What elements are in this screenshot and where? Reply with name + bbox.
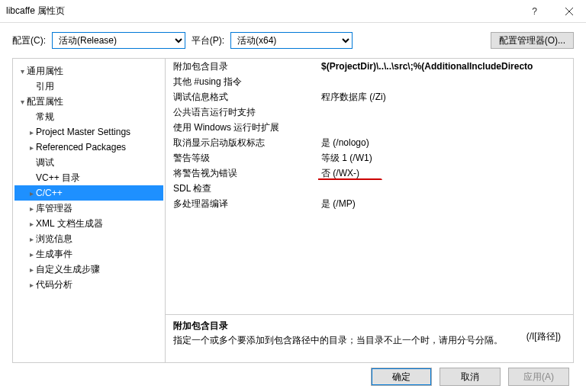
chevron-right-icon[interactable]: ▸ (27, 204, 36, 213)
config-toolbar: 配置(C): 活动(Release) 平台(P): 活动(x64) 配置管理器(… (0, 23, 586, 58)
property-name: 多处理器编译 (166, 198, 318, 210)
tree-item[interactable]: ▸库管理器 (14, 201, 163, 216)
tree-item-label: Project Master Settings (36, 127, 130, 137)
property-row[interactable]: 将警告视为错误否 (/WX-) (166, 165, 573, 181)
tree-item[interactable]: ▸自定义生成步骤 (14, 262, 163, 277)
property-row[interactable]: 取消显示启动版权标志是 (/nologo) (166, 135, 573, 150)
property-name: 警告等级 (166, 152, 318, 165)
property-row[interactable]: 其他 #using 指令 (166, 74, 573, 89)
chevron-right-icon[interactable]: ▸ (27, 189, 36, 198)
tree-item[interactable]: ▸代码分析 (14, 277, 163, 292)
platform-dropdown[interactable]: 活动(x64) (230, 32, 353, 49)
description-panel: 附加包含目录 指定一个或多个要添加到包含路径中的目录；当目录不止一个时，请用分号… (166, 315, 573, 362)
property-row[interactable]: 调试信息格式程序数据库 (/Zi) (166, 89, 573, 104)
description-text: 指定一个或多个要添加到包含路径中的目录；当目录不止一个时，请用分号分隔。 (173, 335, 503, 345)
chevron-right-icon[interactable]: ▸ (27, 235, 36, 243)
chevron-right-icon[interactable]: ▸ (27, 281, 36, 289)
chevron-right-icon[interactable]: ▸ (27, 128, 36, 137)
ok-button[interactable]: 确定 (371, 368, 432, 386)
tree-item-label: 自定义生成步骤 (36, 263, 100, 276)
property-value[interactable]: 是 (/nologo) (318, 137, 573, 149)
tree-item[interactable]: 常规 (14, 109, 163, 124)
property-row[interactable]: 公共语言运行时支持 (166, 104, 573, 120)
property-name: 附加包含目录 (166, 60, 318, 73)
tree-item-label: 代码分析 (36, 278, 72, 291)
tree-item[interactable]: ▸C/C++ (14, 185, 163, 201)
tree-item[interactable]: ▸Project Master Settings (14, 124, 163, 140)
tree-item-label: Referenced Packages (36, 142, 126, 153)
property-name: SDL 检查 (166, 182, 318, 195)
description-title: 附加包含目录 (173, 320, 565, 333)
content-pane: 附加包含目录$(ProjectDir)\..\..\src\;%(Additio… (166, 59, 573, 362)
titlebar: libcaffe 属性页 ? (0, 0, 586, 23)
help-icon[interactable]: ? (517, 0, 552, 23)
tree-item-label: 引用 (36, 80, 54, 93)
property-name: 调试信息格式 (166, 91, 318, 104)
tree-item[interactable]: ▸生成事件 (14, 246, 163, 262)
chevron-right-icon[interactable]: ▸ (27, 143, 36, 152)
tree-item-label: 库管理器 (36, 202, 72, 215)
tree-item[interactable]: 引用 (14, 79, 163, 94)
property-row[interactable]: SDL 检查 (166, 181, 573, 196)
tree-item-label: 生成事件 (36, 248, 72, 261)
property-name: 其他 #using 指令 (166, 76, 318, 88)
tree-item-label: 常规 (36, 111, 54, 124)
property-grid[interactable]: 附加包含目录$(ProjectDir)\..\..\src\;%(Additio… (166, 59, 573, 315)
tree-item-label: VC++ 目录 (36, 172, 80, 185)
config-dropdown[interactable]: 活动(Release) (52, 32, 185, 49)
property-value[interactable]: 是 (/MP) (318, 198, 573, 210)
property-row[interactable]: 多处理器编译是 (/MP) (166, 196, 573, 211)
chevron-down-icon[interactable]: ▾ (18, 98, 27, 106)
property-value[interactable]: 程序数据库 (/Zi) (318, 91, 573, 104)
tree-item[interactable]: 调试 (14, 155, 163, 170)
property-name: 使用 Windows 运行时扩展 (166, 121, 318, 134)
tree-item-label: C/C++ (36, 188, 63, 198)
tree-item[interactable]: ▸浏览信息 (14, 231, 163, 246)
config-manager-button[interactable]: 配置管理器(O)... (491, 32, 574, 49)
chevron-right-icon[interactable]: ▸ (27, 265, 36, 274)
property-row[interactable]: 使用 Windows 运行时扩展 (166, 120, 573, 135)
property-row[interactable]: 警告等级等级 1 (/W1) (166, 150, 573, 165)
tree-item-label: 配置属性 (27, 95, 63, 108)
cancel-button[interactable]: 取消 (440, 368, 501, 386)
tree-item[interactable]: VC++ 目录 (14, 170, 163, 185)
tree-item[interactable]: ▸XML 文档生成器 (14, 216, 163, 231)
description-hint: (/I[路径]) (526, 330, 561, 343)
chevron-down-icon[interactable]: ▾ (18, 67, 27, 76)
property-name: 取消显示启动版权标志 (166, 137, 318, 149)
tree-item-label: 浏览信息 (36, 233, 72, 246)
tree-item-label: 通用属性 (27, 65, 63, 78)
tree-item[interactable]: ▸Referenced Packages (14, 140, 163, 155)
window-title: libcaffe 属性页 (6, 5, 517, 18)
apply-button[interactable]: 应用(A) (508, 368, 569, 386)
tree-item-label: 调试 (36, 156, 54, 169)
tree-item-label: XML 文档生成器 (36, 217, 103, 230)
property-row[interactable]: 附加包含目录$(ProjectDir)\..\..\src\;%(Additio… (166, 59, 573, 74)
property-value[interactable]: 等级 1 (/W1) (318, 152, 573, 165)
property-name: 将警告视为错误 (166, 167, 318, 180)
property-value[interactable]: $(ProjectDir)\..\..\src\;%(AdditionalInc… (318, 61, 573, 72)
dialog-buttons: 确定 取消 应用(A) (371, 368, 569, 386)
main-panel: ▾通用属性引用▾配置属性常规▸Project Master Settings▸R… (12, 58, 574, 363)
property-name: 公共语言运行时支持 (166, 106, 318, 119)
property-value[interactable]: 否 (/WX-) (318, 167, 573, 180)
tree-item[interactable]: ▾通用属性 (14, 63, 163, 79)
chevron-right-icon[interactable]: ▸ (27, 220, 36, 228)
close-icon[interactable] (552, 0, 586, 23)
tree-item[interactable]: ▾配置属性 (14, 94, 163, 109)
nav-tree[interactable]: ▾通用属性引用▾配置属性常规▸Project Master Settings▸R… (13, 59, 166, 362)
platform-label: 平台(P): (192, 34, 224, 47)
chevron-right-icon[interactable]: ▸ (27, 250, 36, 259)
config-label: 配置(C): (12, 34, 46, 47)
